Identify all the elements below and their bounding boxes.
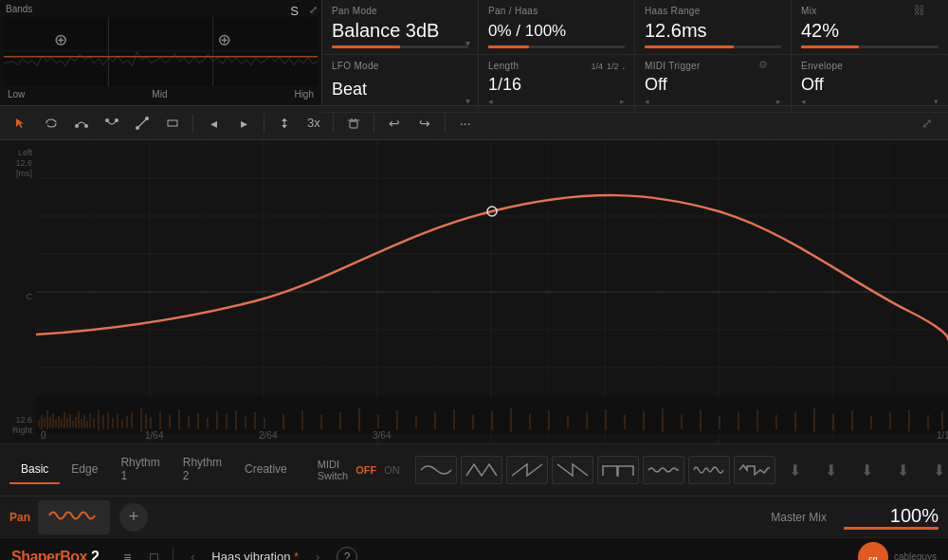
3x-button[interactable]: 3x bbox=[301, 111, 326, 135]
envelope-label: Envelope bbox=[801, 61, 939, 71]
midi-prev[interactable]: ◂ bbox=[645, 97, 649, 106]
svg-rect-53 bbox=[44, 418, 46, 427]
wave-preset-wavy1[interactable] bbox=[643, 456, 684, 484]
dl-icon-4[interactable]: ⬇ bbox=[889, 456, 918, 484]
wave-preset-saw-down[interactable] bbox=[552, 456, 593, 484]
curve1-tool-button[interactable] bbox=[68, 111, 95, 135]
length-next[interactable]: ▸ bbox=[620, 97, 625, 106]
svg-rect-111 bbox=[605, 409, 607, 430]
nav-menu-button[interactable]: ≡ bbox=[114, 544, 140, 561]
pan-mode-cell[interactable]: Pan Mode Balance 3dB ▾ bbox=[322, 0, 479, 55]
envelope-next[interactable]: ▾ bbox=[934, 97, 939, 106]
svg-rect-99 bbox=[377, 415, 379, 428]
svg-rect-96 bbox=[320, 415, 322, 429]
tab-basic[interactable]: Basic bbox=[9, 456, 60, 484]
y-label-center: C bbox=[4, 292, 32, 302]
delete-button[interactable] bbox=[340, 111, 367, 135]
svg-marker-21 bbox=[282, 118, 287, 121]
svg-marker-11 bbox=[55, 120, 57, 122]
tab-creative[interactable]: Creative bbox=[233, 456, 299, 484]
svg-rect-54 bbox=[46, 410, 48, 429]
haas-range-cell[interactable]: Haas Range 12.6ms bbox=[635, 0, 792, 55]
help-button[interactable]: ? bbox=[337, 547, 357, 561]
svg-rect-72 bbox=[102, 415, 104, 429]
midi-switch-on[interactable]: ON bbox=[384, 464, 400, 476]
s-button[interactable]: S bbox=[290, 4, 299, 18]
length-dot[interactable]: . bbox=[622, 62, 625, 71]
grid-area[interactable]: 0 1/64 2/64 3/64 1/16 bbox=[36, 140, 948, 443]
dl-icon-3[interactable]: ⬇ bbox=[853, 456, 882, 484]
svg-rect-86 bbox=[197, 413, 199, 429]
updown-button[interactable] bbox=[271, 111, 298, 135]
nav-window-button[interactable]: □ bbox=[140, 544, 167, 561]
loop-tool-button[interactable] bbox=[38, 111, 64, 135]
midi-switch-off[interactable]: OFF bbox=[356, 464, 376, 476]
svg-point-15 bbox=[115, 118, 118, 122]
tab-rhythm1[interactable]: Rhythm 1 bbox=[109, 456, 171, 484]
pan-wave-icon[interactable] bbox=[38, 500, 110, 534]
lfo-mode-cell[interactable]: LFO Mode Beat ▾ bbox=[322, 55, 479, 113]
mix-bar bbox=[801, 45, 939, 48]
tab-edge[interactable]: Edge bbox=[60, 456, 109, 484]
select-tool-button[interactable] bbox=[8, 111, 34, 135]
midi-next[interactable]: ▸ bbox=[776, 97, 781, 106]
undo-button[interactable]: ↩ bbox=[381, 111, 408, 135]
waveform-presets bbox=[415, 456, 775, 484]
next-button[interactable]: ▸ bbox=[230, 111, 257, 135]
length-1-2[interactable]: 1/2 bbox=[607, 62, 619, 71]
toolbar-sep-2 bbox=[264, 114, 264, 133]
link-icon: ⛓ bbox=[914, 4, 925, 17]
mix-cell[interactable]: Mix ⛓ 42% bbox=[792, 0, 948, 55]
length-1-4[interactable]: 1/4 bbox=[591, 62, 603, 71]
pan-haas-cell[interactable]: Pan / Haas 0% / 100% bbox=[479, 0, 635, 55]
svg-rect-125 bbox=[870, 416, 872, 429]
svg-rect-52 bbox=[41, 415, 43, 429]
line-tool-button[interactable] bbox=[129, 111, 155, 135]
lfo-mode-value: Beat bbox=[332, 80, 468, 99]
dl-icon-1[interactable]: ⬇ bbox=[781, 456, 810, 484]
expand-button[interactable]: ⤢ bbox=[309, 4, 318, 16]
svg-rect-83 bbox=[169, 415, 171, 428]
box-select-button[interactable] bbox=[159, 111, 186, 135]
expand-editor-button[interactable]: ⤢ bbox=[914, 111, 940, 135]
svg-rect-114 bbox=[662, 408, 664, 432]
midi-trigger-cell[interactable]: MIDI Trigger ⚙ Off ◂ ▸ bbox=[635, 55, 792, 113]
pan-mode-bar-fill bbox=[332, 45, 400, 48]
params-section: Pan Mode Balance 3dB ▾ Pan / Haas 0% / 1… bbox=[322, 0, 948, 105]
envelope-prev[interactable]: ◂ bbox=[801, 97, 806, 106]
length-prev[interactable]: ◂ bbox=[488, 97, 493, 106]
add-track-button[interactable]: + bbox=[119, 503, 148, 532]
midi-switch: MIDI Switch OFF ON bbox=[318, 459, 400, 481]
redo-button[interactable]: ↪ bbox=[411, 111, 438, 135]
tab-rhythm2[interactable]: Rhythm 2 bbox=[172, 456, 233, 484]
wave-preset-custom[interactable] bbox=[734, 456, 775, 484]
curve2-tool-button[interactable] bbox=[99, 111, 125, 135]
envelope-cell[interactable]: Envelope Off ◂ ▾ bbox=[792, 55, 948, 113]
wave-preset-triangle[interactable] bbox=[461, 456, 502, 484]
svg-rect-116 bbox=[700, 410, 702, 431]
length-cell[interactable]: Length 1/4 1/2 . 1/16 ◂ ▸ bbox=[479, 55, 635, 113]
svg-rect-88 bbox=[216, 411, 218, 429]
svg-rect-59 bbox=[61, 419, 63, 427]
bands-waveform bbox=[4, 17, 318, 86]
pan-haas-label: Pan / Haas bbox=[488, 6, 625, 16]
svg-rect-120 bbox=[775, 415, 777, 429]
band-labels: Low Mid High bbox=[0, 89, 321, 99]
svg-rect-127 bbox=[908, 409, 910, 431]
dl-icon-2[interactable]: ⬇ bbox=[817, 456, 846, 484]
wave-preset-square[interactable] bbox=[597, 456, 639, 484]
midi-gear-icon[interactable]: ⚙ bbox=[758, 59, 768, 71]
more-button[interactable]: ··· bbox=[452, 111, 479, 135]
svg-rect-123 bbox=[832, 414, 834, 430]
wave-preset-wavy2[interactable] bbox=[688, 456, 730, 484]
nav-prev-preset[interactable]: ‹ bbox=[179, 544, 206, 561]
dl-icon-5[interactable]: ⬇ bbox=[925, 456, 948, 484]
wave-preset-saw-up[interactable] bbox=[506, 456, 548, 484]
svg-rect-75 bbox=[117, 414, 118, 428]
prev-button[interactable]: ◂ bbox=[200, 111, 227, 135]
master-mix-label: Master Mix bbox=[771, 511, 827, 524]
nav-next-preset[interactable]: › bbox=[304, 544, 331, 561]
wave-preset-sine[interactable] bbox=[415, 456, 457, 484]
svg-rect-124 bbox=[851, 410, 853, 431]
svg-point-18 bbox=[145, 117, 149, 120]
